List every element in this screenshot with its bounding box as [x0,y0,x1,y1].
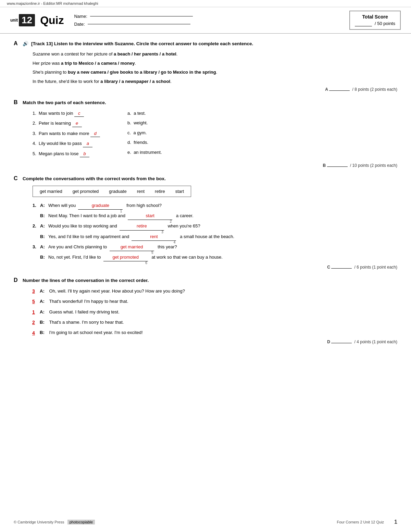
conv-line: 2. A: Would you like to stop working and… [33,222,397,230]
header: unit 12 Quiz Name: Date: Total Score / 5… [0,7,411,34]
conv-num: 3. [33,243,40,251]
fill-blank: start 2 [128,212,172,220]
conv-text: When will you graduate 1 from high schoo… [48,202,397,210]
word-box-item: retire [155,189,165,194]
unit-box: unit 12 [10,14,35,26]
quiz-title: Quiz [40,14,64,27]
conv-num: 1. [33,202,40,209]
answer-b: b [80,150,89,158]
conv-line: B: No, not yet. First, I'd like to get p… [33,253,397,261]
conv-speaker: A: [40,243,48,251]
list-item: Her prize was a trip to Mexico / a camer… [33,60,397,67]
list-item: b. weight. [127,120,162,126]
d-num: 5 [27,298,40,305]
d-line: 3 A: Oh, well. I'll try again next year.… [27,287,397,295]
list-item: 1. Max wants to join c [33,110,100,117]
list-item: e. an instrument. [127,149,162,156]
name-date-block: Name: Date: [74,14,349,27]
section-c-instruction: Complete the conversations with the corr… [23,175,397,182]
footer: © Cambridge University Press photocopiab… [0,519,411,525]
section-d-score: D / 4 points (1 point each) [14,339,397,344]
word-box-item: get promoted [73,189,99,194]
list-item: Suzanne won a contest for her picture of… [33,51,397,58]
word-box: get married get promoted graduate rent r… [33,186,191,197]
d-text: Oh, well. I'll try again next year. How … [48,288,185,295]
d-num: 1 [27,308,40,316]
section-a: A 🔊 [Track 13] Listen to the interview w… [14,40,397,92]
d-line: 1 A: Guess what. I failed my driving tes… [27,308,397,316]
d-lines: 3 A: Oh, well. I'll try again next year.… [14,287,397,337]
list-item: 3. Pam wants to make more d [33,130,100,137]
conv-line: 3. A: Are you and Chris planning to get … [33,243,397,251]
matching-right: a. a test. b. weight. c. a gym. d. frien… [127,110,162,161]
photocopiable-badge: photocopiable [67,520,95,524]
section-c-header: C Complete the conversations with the co… [14,175,397,182]
section-a-score: A / 8 points (2 points each) [14,87,397,92]
d-line: 5 A: That's wonderful! I'm happy to hear… [27,298,397,305]
top-bar: www.majazionline.ir - Edditor:MR mohamma… [0,0,411,7]
conversation-block: 1. A: When will you graduate 1 from high… [14,202,397,261]
conv-speaker: A: [40,202,48,209]
fill-line [78,209,123,210]
fill-num: 4 [174,239,176,245]
fill-word: get married [121,243,143,251]
name-line: Name: [74,14,349,19]
section-a-header: A 🔊 [Track 13] Listen to the interview w… [14,40,397,47]
main-content: A 🔊 [Track 13] Listen to the interview w… [0,34,411,359]
total-score-value: / 50 points [355,21,395,26]
section-b-letter: B [14,99,20,106]
list-item: 5. Megan plans to lose b [33,150,100,158]
section-d: D Number the lines of the conversation i… [14,277,397,344]
d-text: Guess what. I failed my driving test. [48,309,120,316]
d-text: That's wonderful! I'm happy to hear that… [48,298,128,305]
section-d-letter: D [14,277,20,283]
fill-blank: graduate 1 [78,202,123,210]
matching-left: 1. Max wants to join c 2. Peter is learn… [33,110,100,161]
fill-blank: retire 3 [120,222,164,230]
fill-word: start [146,212,154,220]
d-speaker: A: [40,288,48,295]
answer-e: e [72,120,82,127]
copyright: © Cambridge University Press [14,520,64,524]
word-box-item: rent [137,189,145,194]
fill-line [128,220,172,220]
conv-text: Are you and Chris planning to get marrie… [48,243,397,251]
conv-speaker: B: [40,212,48,220]
d-speaker: B: [40,319,48,326]
list-item: She's planning to buy a new camera / giv… [33,69,397,76]
conv-num: 2. [33,222,40,230]
date-fill-line [88,24,190,24]
d-line: 2 B: That's a shame. I'm sorry to hear t… [27,319,397,326]
word-box-item: start [175,189,184,194]
name-label: Name: [74,14,87,19]
word-box-item: graduate [109,189,126,194]
footer-left: © Cambridge University Press photocopiab… [14,520,95,524]
page-number: 1 [394,519,397,525]
section-a-list: Suzanne won a contest for her picture of… [14,51,397,85]
unit-number: 12 [19,14,35,26]
d-num: 2 [27,319,40,326]
footer-right-text: Four Corners 2 Unit 12 Quiz [337,520,384,524]
fill-word: graduate [92,202,109,209]
answer-c: c [74,110,84,117]
conv-text: No, not yet. First, I'd like to get prom… [48,253,397,261]
section-d-instruction: Number the lines of the conversation in … [23,277,397,284]
date-line: Date: [74,22,349,27]
matching-table: 1. Max wants to join c 2. Peter is learn… [14,110,397,161]
conv-speaker: A: [40,222,48,230]
list-item: 4. Lily would like to pass a [33,140,100,147]
word-box-item: get married [40,189,62,194]
list-item: d. friends. [127,139,162,146]
d-text: That's a shame. I'm sorry to hear that. [48,319,124,326]
conv-line: B: Yes, and I'd like to sell my apartmen… [33,233,397,241]
fill-line [132,240,176,241]
unit-label: unit [10,18,18,23]
conv-line: B: Next May. Then I want to find a job a… [33,212,397,220]
section-c-letter: C [14,175,20,182]
conv-text: Would you like to stop working and retir… [48,222,397,230]
score-points: / 50 points [375,21,395,26]
total-score-box: Total Score / 50 points [349,11,401,30]
total-score-title: Total Score [355,14,395,20]
fill-blank: get married 5 [110,243,154,251]
fill-word: get promoted [112,253,139,261]
